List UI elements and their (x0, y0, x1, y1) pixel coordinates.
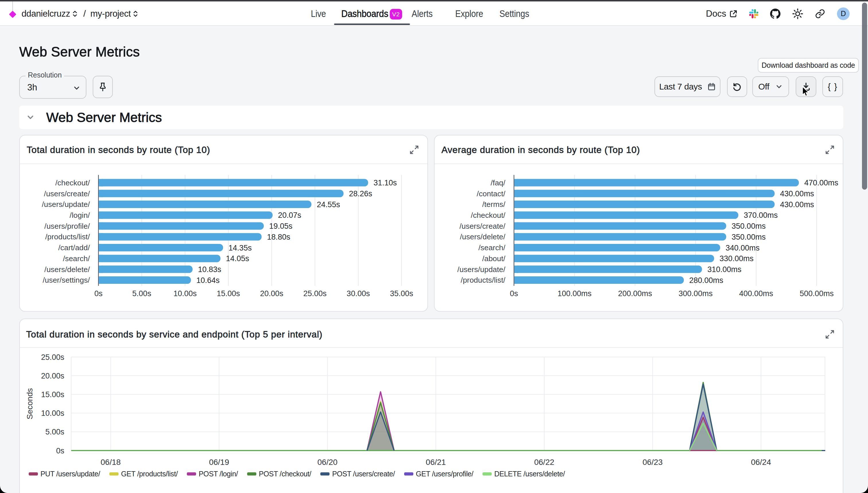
shape (101, 83, 105, 88)
section-title: Web Server Metrics (46, 110, 162, 125)
legend-item[interactable]: GET /products/list/ (109, 470, 178, 478)
resolution-select[interactable]: Resolution 3h (19, 76, 86, 99)
bar[interactable] (514, 255, 714, 262)
x-tick-label: 06/18 (101, 458, 121, 467)
shape (708, 84, 715, 90)
bar-left-cap[interactable] (514, 265, 518, 273)
bar[interactable] (514, 212, 738, 219)
category-label: /users/create/ (460, 222, 506, 231)
value-label: 430.00ms (780, 200, 814, 209)
legend-item[interactable]: POST /users/create/ (320, 470, 395, 478)
bar-left-cap[interactable] (99, 265, 103, 273)
bar[interactable] (514, 265, 702, 273)
auto-refresh-select[interactable]: Off (752, 76, 789, 97)
tab-live[interactable]: Live (311, 1, 328, 26)
bar-left-cap[interactable] (99, 255, 103, 262)
section-collapse-chevron-icon[interactable] (26, 113, 35, 122)
bar-left-cap[interactable] (514, 222, 518, 230)
bar-left-cap[interactable] (99, 190, 103, 197)
external-link-icon (729, 10, 737, 18)
bar-left-cap[interactable] (99, 200, 103, 208)
slack-icon[interactable] (749, 9, 758, 18)
bar[interactable] (99, 265, 193, 273)
x-tick-label: 25.00s (303, 289, 327, 298)
mouse-cursor (801, 86, 810, 100)
bar-left-cap[interactable] (514, 212, 518, 219)
legend-label: PUT /users/update/ (41, 470, 100, 478)
refresh-icon (732, 82, 742, 91)
bar[interactable] (99, 233, 261, 240)
share-link-icon[interactable] (815, 8, 825, 19)
legend-item[interactable]: GET /users/profile/ (404, 470, 473, 478)
chart-legend: PUT /users/update/GET /products/list/POS… (29, 470, 565, 478)
bar[interactable] (514, 233, 726, 240)
bar[interactable] (514, 179, 799, 187)
tab-alerts[interactable]: Alerts (411, 1, 436, 26)
bar[interactable] (99, 200, 312, 208)
tab-settings[interactable]: Settings (500, 1, 533, 26)
inner-scrollbar-track[interactable] (830, 467, 836, 489)
value-label: 430.00ms (780, 189, 814, 198)
bar[interactable] (514, 190, 775, 197)
x-tick-label: 35.00s (390, 289, 413, 298)
legend-item[interactable]: PUT /users/update/ (29, 470, 100, 478)
top-navigation-bar: ddanielcruzz / my-project LiveDashboards… (0, 1, 868, 26)
bar[interactable] (99, 179, 368, 187)
category-label: /users/create/ (44, 189, 90, 198)
bar[interactable] (99, 276, 191, 284)
bar-left-cap[interactable] (514, 244, 518, 251)
category-label: /contact/ (477, 189, 506, 198)
tab-label: Settings (500, 8, 529, 19)
bar[interactable] (99, 255, 220, 262)
bar-left-cap[interactable] (514, 179, 518, 187)
bar[interactable] (514, 276, 684, 284)
bar-left-cap[interactable] (99, 179, 103, 187)
category-label: /products/list/ (461, 276, 506, 284)
auto-refresh-value: Off (758, 82, 769, 91)
bar[interactable] (514, 200, 775, 208)
bar[interactable] (99, 190, 344, 197)
bar[interactable] (99, 212, 273, 219)
legend-item[interactable]: POST /checkout/ (247, 470, 312, 478)
refresh-button[interactable] (727, 76, 747, 97)
x-tick-label: 20.00s (260, 289, 283, 298)
bar-left-cap[interactable] (514, 255, 518, 262)
pin-dashboard-button[interactable] (93, 76, 113, 98)
bar-left-cap[interactable] (514, 233, 518, 240)
shape (803, 87, 809, 96)
bar-left-cap[interactable] (99, 276, 103, 284)
time-range-button[interactable]: Last 7 days (654, 76, 720, 97)
avatar[interactable]: D (837, 7, 850, 20)
page-scrollbar-thumb[interactable] (862, 3, 867, 190)
theme-toggle-sun-icon[interactable] (792, 8, 803, 19)
bar[interactable] (99, 222, 264, 230)
section-header[interactable]: Web Server Metrics (19, 106, 843, 129)
bar[interactable] (514, 222, 726, 230)
x-tick-label: 100.00ms (557, 289, 592, 298)
bar-left-cap[interactable] (99, 222, 103, 230)
github-icon[interactable] (770, 8, 780, 19)
bar-left-cap[interactable] (514, 276, 518, 284)
x-tick-label: 06/22 (534, 458, 554, 467)
edit-code-button[interactable]: { } (822, 76, 843, 97)
x-tick-label: 500.00ms (800, 289, 834, 298)
y-tick-label: 15.00s (41, 390, 64, 399)
value-label: 350.00ms (732, 222, 766, 231)
tab-dashboards[interactable]: DashboardsV2 (341, 1, 392, 26)
bar-left-cap[interactable] (514, 200, 518, 208)
bar-left-cap[interactable] (99, 244, 103, 251)
tab-explore[interactable]: Explore (455, 1, 487, 26)
tab-label: Dashboards (341, 8, 388, 19)
bar-left-cap[interactable] (514, 190, 518, 197)
bar[interactable] (99, 244, 223, 251)
bar-left-cap[interactable] (99, 233, 103, 240)
legend-marker (483, 472, 492, 475)
bar-left-cap[interactable] (99, 212, 103, 219)
legend-item[interactable]: DELETE /users/delete/ (483, 470, 565, 478)
bar[interactable] (514, 244, 720, 251)
shape (796, 12, 800, 16)
docs-link[interactable]: Docs (706, 8, 737, 19)
category-label: /login/ (70, 211, 90, 219)
legend-item[interactable]: POST /login/ (187, 470, 238, 478)
legend-marker (187, 472, 196, 475)
